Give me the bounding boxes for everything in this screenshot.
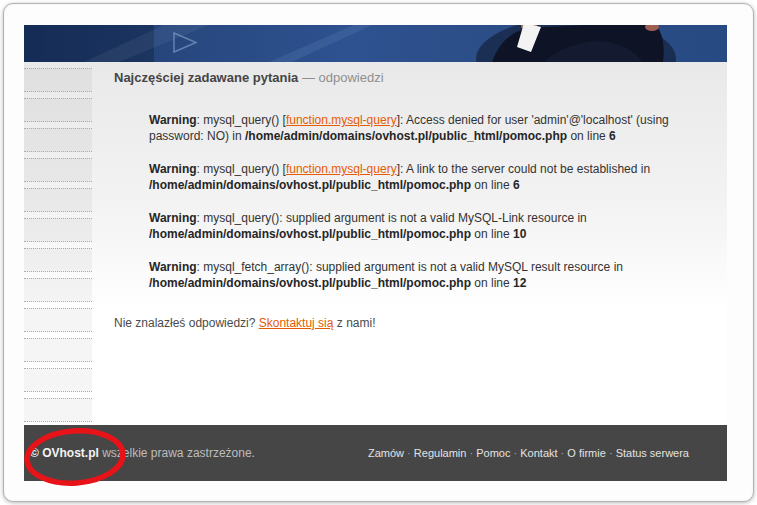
sidebar-menu-item[interactable] <box>24 218 92 242</box>
copyright-brand: © OVhost.pl <box>30 446 99 460</box>
sidebar-menu-item[interactable] <box>24 368 92 392</box>
contact-text: Nie znalazłeś odpowiedzi? <box>114 316 259 330</box>
warning-text: on line <box>471 276 513 290</box>
contact-prompt: Nie znalazłeś odpowiedzi? Skontaktuj sią… <box>114 315 694 331</box>
sidebar-menu-item[interactable] <box>24 308 92 332</box>
copyright-text: wszelkie prawa zastrzeżone. <box>99 446 255 460</box>
page-title-bold: Najczęściej zadawane pytania <box>114 70 298 85</box>
warning-label: Warning <box>149 162 197 176</box>
sidebar-menu-item[interactable] <box>24 248 92 272</box>
footer-link-separator: · <box>606 447 616 459</box>
warning-label: Warning <box>149 211 197 225</box>
footer-link-status-serwera[interactable]: Status serwera <box>616 447 689 459</box>
php-warning-message: Warning: mysql_fetch_array(): supplied a… <box>149 259 711 291</box>
footer-links: Zamów · Regulamin · Pomoc · Kontakt · O … <box>368 447 689 459</box>
footer-link-zamów[interactable]: Zamów <box>368 447 404 459</box>
php-warning-message: Warning: mysql_query(): supplied argumen… <box>149 210 711 242</box>
file-path: /home/admin/domains/ovhost.pl/public_htm… <box>149 178 471 192</box>
warning-text: on line <box>567 129 609 143</box>
sidebar <box>24 68 92 428</box>
warning-text: on line <box>471 227 513 241</box>
php-doc-link[interactable]: function.mysql-query <box>286 162 397 176</box>
warning-text: : mysql_query() [ <box>197 162 286 176</box>
sidebar-menu-item[interactable] <box>24 128 92 152</box>
file-path: /home/admin/domains/ovhost.pl/public_htm… <box>149 227 471 241</box>
php-warning-message: Warning: mysql_query() [function.mysql-q… <box>149 112 711 144</box>
warning-text: on line <box>471 178 513 192</box>
page-title-subtitle: — odpowiedzi <box>298 70 383 85</box>
warning-text: : mysql_query(): supplied argument is no… <box>197 211 587 225</box>
footer-link-separator: · <box>510 447 520 459</box>
sidebar-menu-item[interactable] <box>24 338 92 362</box>
sidebar-menu-item[interactable] <box>24 398 92 422</box>
php-warning-message: Warning: mysql_query() [function.mysql-q… <box>149 161 711 193</box>
warning-text: : mysql_fetch_array(): supplied argument… <box>197 260 623 274</box>
warning-text: ]: A link to the server could not be est… <box>397 162 651 176</box>
footer-link-separator: · <box>404 447 414 459</box>
sidebar-menu-item[interactable] <box>24 278 92 302</box>
footer-link-o-firmie[interactable]: O firmie <box>567 447 606 459</box>
contact-link[interactable]: Skontaktuj sią <box>259 316 334 330</box>
line-number: 10 <box>513 227 526 241</box>
content-area: Najczęściej zadawane pytania — odpowiedz… <box>24 62 727 425</box>
sidebar-menu-item[interactable] <box>24 188 92 212</box>
main-column: Najczęściej zadawane pytania — odpowiedz… <box>114 62 694 331</box>
footer-link-kontakt[interactable]: Kontakt <box>520 447 557 459</box>
line-number: 6 <box>609 129 616 143</box>
webpage: Najczęściej zadawane pytania — odpowiedz… <box>24 25 727 481</box>
header-banner-image <box>24 25 727 62</box>
file-path: /home/admin/domains/ovhost.pl/public_htm… <box>245 129 567 143</box>
line-number: 6 <box>513 178 520 192</box>
sidebar-menu-item[interactable] <box>24 98 92 122</box>
page-title: Najczęściej zadawane pytania — odpowiedz… <box>114 70 694 86</box>
copyright-notice: © OVhost.pl wszelkie prawa zastrzeżone. <box>30 446 255 460</box>
footer-link-separator: · <box>466 447 476 459</box>
footer-link-pomoc[interactable]: Pomoc <box>476 447 510 459</box>
banner-decoration <box>24 25 727 62</box>
php-doc-link[interactable]: function.mysql-query <box>286 113 397 127</box>
sidebar-menu-item[interactable] <box>24 158 92 182</box>
footer-link-regulamin[interactable]: Regulamin <box>414 447 467 459</box>
footer: © OVhost.pl wszelkie prawa zastrzeżone. … <box>24 425 727 481</box>
sidebar-menu-item[interactable] <box>24 68 92 92</box>
footer-link-separator: · <box>558 447 568 459</box>
warning-label: Warning <box>149 260 197 274</box>
warning-label: Warning <box>149 113 197 127</box>
line-number: 12 <box>513 276 526 290</box>
warning-text: : mysql_query() [ <box>197 113 286 127</box>
file-path: /home/admin/domains/ovhost.pl/public_htm… <box>149 276 471 290</box>
contact-text: z nami! <box>333 316 375 330</box>
